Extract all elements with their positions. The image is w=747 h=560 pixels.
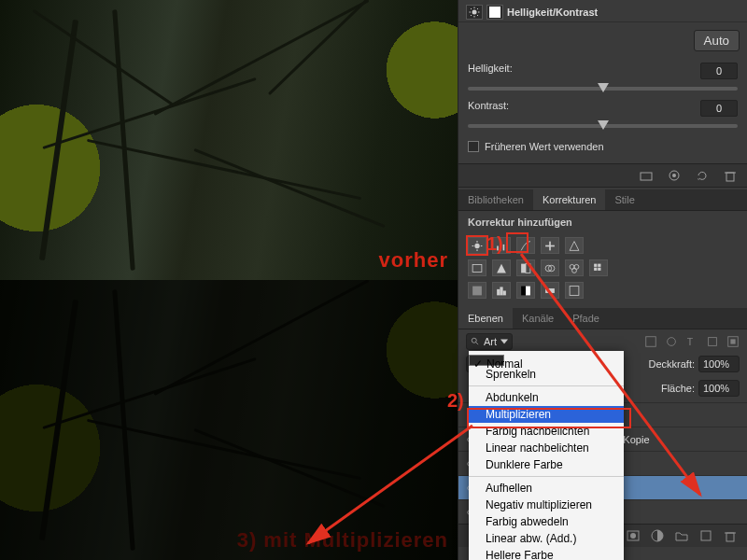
- svg-text:T: T: [687, 336, 694, 347]
- tab-korrekturen[interactable]: Korrekturen: [533, 189, 605, 210]
- right-panels: Helligkeit/Kontrast Auto Helligkeit: 0 K…: [458, 0, 747, 560]
- svg-point-15: [474, 243, 479, 247]
- clip-icon[interactable]: [639, 168, 654, 183]
- blend-mode-item[interactable]: Abdunkeln: [469, 389, 624, 406]
- tab-kanaele[interactable]: Kanäle: [513, 308, 563, 329]
- document-canvas: vorher 3) mit Multiplizieren: [0, 0, 458, 560]
- svg-rect-10: [641, 173, 652, 180]
- adj-threshold-icon[interactable]: [516, 282, 535, 299]
- filter-shape-icon[interactable]: [706, 335, 719, 348]
- brightness-value[interactable]: 0: [700, 63, 738, 79]
- contrast-value[interactable]: 0: [700, 100, 738, 117]
- svg-marker-25: [570, 241, 579, 250]
- svg-rect-9: [489, 7, 500, 18]
- blend-mode-item[interactable]: Normal: [469, 355, 504, 366]
- blend-mode-item[interactable]: Dunklere Farbe: [469, 456, 624, 473]
- mask-thumb-icon[interactable]: [486, 5, 503, 20]
- add-mask-icon[interactable]: [626, 528, 641, 543]
- adj-vibrance-icon[interactable]: [565, 237, 584, 254]
- svg-point-34: [572, 268, 577, 273]
- new-layer-icon[interactable]: [698, 528, 713, 543]
- adj-gradient-map-icon[interactable]: [541, 282, 559, 299]
- blend-mode-item[interactable]: Negativ multiplizieren: [469, 497, 624, 513]
- svg-line-7: [471, 15, 472, 16]
- svg-rect-41: [500, 287, 502, 295]
- brightness-label: Helligkeit:: [468, 63, 513, 79]
- trash-icon[interactable]: [723, 168, 738, 183]
- tab-ebenen[interactable]: Ebenen: [458, 308, 513, 329]
- svg-rect-37: [594, 267, 597, 270]
- new-adjustment-icon[interactable]: [650, 528, 665, 543]
- view-previous-icon[interactable]: [667, 168, 682, 183]
- adj-bw-icon[interactable]: [516, 259, 535, 276]
- adj-channel-mixer-icon[interactable]: [565, 259, 584, 276]
- image-after: 3) mit Multiplizieren: [0, 280, 458, 560]
- svg-rect-39: [472, 286, 482, 295]
- contrast-slider[interactable]: [468, 124, 738, 128]
- svg-marker-27: [497, 263, 506, 273]
- blend-mode-item[interactable]: Linear abw. (Add.): [469, 530, 624, 547]
- blend-mode-item[interactable]: Multiplizieren: [469, 406, 624, 423]
- svg-point-51: [668, 338, 676, 346]
- brightness-contrast-adj-icon: [466, 5, 483, 20]
- label-after: 3) mit Multiplizieren: [237, 528, 448, 553]
- svg-line-48: [476, 343, 479, 345]
- label-before: vorher: [379, 248, 448, 273]
- opacity-value[interactable]: 100%: [698, 356, 740, 372]
- svg-line-5: [471, 8, 472, 9]
- filter-adj-icon[interactable]: [665, 335, 678, 348]
- adj-invert-icon[interactable]: [468, 282, 486, 299]
- fill-value[interactable]: 100%: [698, 380, 740, 397]
- tab-stile[interactable]: Stile: [605, 189, 643, 210]
- adj-color-lookup-icon[interactable]: [589, 259, 608, 276]
- brightness-slider[interactable]: [468, 87, 738, 91]
- blend-mode-item[interactable]: Farbig abwedeln: [469, 513, 624, 530]
- svg-rect-36: [598, 263, 600, 266]
- reset-icon[interactable]: [695, 168, 710, 183]
- blend-mode-item[interactable]: Farbig nachbelichten: [469, 423, 624, 440]
- filter-type-icon[interactable]: T: [685, 335, 698, 348]
- image-before: vorher: [0, 0, 458, 280]
- adj-brightness-contrast-icon[interactable]: [468, 237, 486, 254]
- svg-rect-53: [709, 338, 717, 346]
- adj-selective-color-icon[interactable]: [565, 282, 584, 299]
- layer-filter-type[interactable]: Art: [466, 333, 513, 350]
- properties-footer-icons: [458, 163, 747, 188]
- svg-rect-45: [545, 288, 555, 293]
- properties-panel: Helligkeit/Kontrast Auto Helligkeit: 0 K…: [458, 0, 747, 189]
- adj-color-balance-icon[interactable]: [492, 259, 511, 276]
- svg-point-69: [630, 533, 636, 539]
- svg-point-0: [472, 9, 477, 14]
- filter-smart-icon[interactable]: [726, 335, 740, 348]
- svg-line-6: [477, 15, 478, 16]
- svg-rect-71: [701, 531, 711, 540]
- svg-rect-44: [526, 286, 530, 295]
- svg-point-12: [672, 174, 676, 177]
- adj-posterize-icon[interactable]: [492, 282, 511, 299]
- adj-hue-sat-icon[interactable]: [468, 259, 486, 276]
- adj-photo-filter-icon[interactable]: [541, 259, 559, 276]
- tab-bibliotheken[interactable]: Bibliotheken: [458, 189, 533, 210]
- svg-rect-29: [526, 263, 530, 273]
- properties-title: Helligkeit/Kontrast: [507, 7, 598, 18]
- svg-marker-49: [500, 340, 508, 344]
- svg-line-8: [477, 8, 478, 9]
- legacy-checkbox[interactable]: [468, 141, 479, 152]
- adj-curves-icon[interactable]: [516, 237, 535, 254]
- auto-button[interactable]: Auto: [694, 30, 740, 51]
- blend-mode-item[interactable]: Linear nachbelichten: [469, 440, 624, 456]
- tab-pfade[interactable]: Pfade: [563, 308, 609, 329]
- blend-mode-item[interactable]: Hellere Farbe: [469, 547, 624, 560]
- svg-rect-72: [726, 533, 734, 541]
- annotation-step-1: 1): [486, 233, 503, 255]
- svg-rect-28: [521, 263, 526, 273]
- adj-exposure-icon[interactable]: [541, 237, 559, 254]
- new-group-icon[interactable]: [674, 528, 689, 543]
- filter-pixel-icon[interactable]: [644, 335, 657, 348]
- blend-mode-item[interactable]: Aufhellen: [469, 480, 624, 497]
- trash-icon[interactable]: [723, 528, 738, 543]
- tabs-group-2: Ebenen Kanäle Pfade: [458, 308, 747, 329]
- svg-rect-13: [726, 173, 734, 181]
- annotation-step-2: 2): [447, 390, 464, 412]
- chevron-down-icon: [500, 338, 508, 345]
